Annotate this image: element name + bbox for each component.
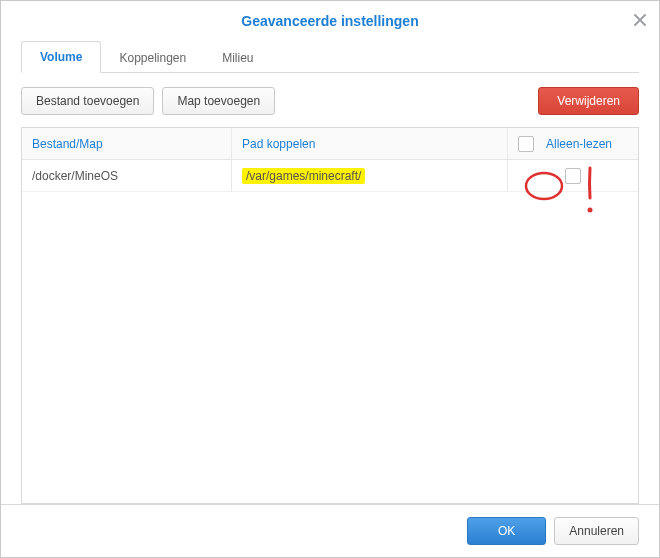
svg-point-1 [588, 208, 593, 213]
row-readonly-checkbox[interactable] [565, 168, 581, 184]
advanced-settings-dialog: Geavanceerde instellingen Volume Koppeli… [0, 0, 660, 558]
add-folder-button[interactable]: Map toevoegen [162, 87, 275, 115]
cancel-button[interactable]: Annuleren [554, 517, 639, 545]
cell-readonly [508, 160, 638, 191]
table-header: Bestand/Map Pad koppelen Alleen-lezen [22, 128, 638, 160]
ok-button[interactable]: OK [467, 517, 546, 545]
cell-file: /docker/MineOS [22, 160, 232, 191]
column-file-folder[interactable]: Bestand/Map [32, 137, 103, 151]
dialog-footer: OK Annuleren [1, 504, 659, 557]
table-row[interactable]: /docker/MineOS /var/games/minecraft/ [22, 160, 638, 192]
delete-button[interactable]: Verwijderen [538, 87, 639, 115]
dialog-body: Bestand toevoegen Map toevoegen Verwijde… [1, 73, 659, 504]
tab-links[interactable]: Koppelingen [101, 43, 204, 73]
dialog-title: Geavanceerde instellingen [241, 13, 418, 29]
tab-env[interactable]: Milieu [204, 43, 271, 73]
dialog-titlebar: Geavanceerde instellingen [1, 1, 659, 41]
tab-bar: Volume Koppelingen Milieu [21, 41, 639, 73]
add-file-button[interactable]: Bestand toevoegen [21, 87, 154, 115]
column-read-only[interactable]: Alleen-lezen [546, 137, 612, 151]
volume-table: Bestand/Map Pad koppelen Alleen-lezen /d… [21, 127, 639, 504]
close-icon[interactable] [631, 11, 649, 29]
header-readonly-checkbox[interactable] [518, 136, 534, 152]
toolbar: Bestand toevoegen Map toevoegen Verwijde… [21, 87, 639, 115]
cell-path: /var/games/minecraft/ [232, 160, 508, 191]
column-mount-path[interactable]: Pad koppelen [242, 137, 315, 151]
highlighted-path: /var/games/minecraft/ [242, 168, 365, 184]
tab-volume[interactable]: Volume [21, 41, 101, 73]
